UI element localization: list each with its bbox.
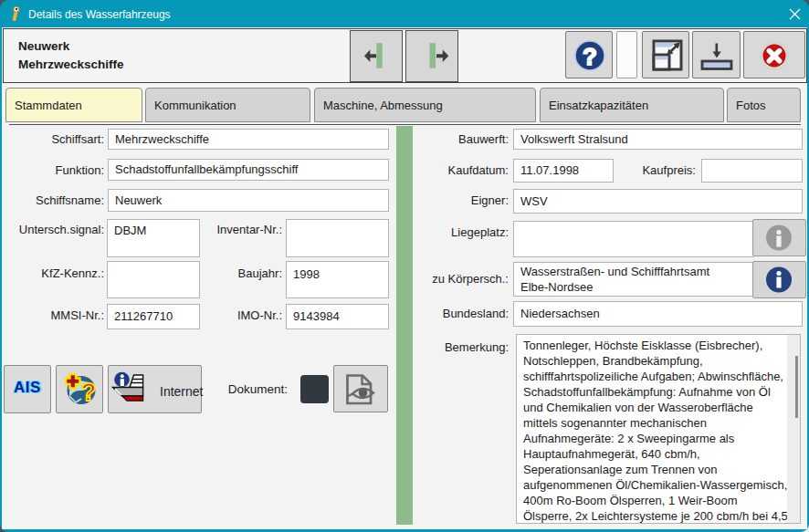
svg-text:?: ?	[583, 43, 597, 70]
svg-text:?: ?	[81, 379, 97, 406]
